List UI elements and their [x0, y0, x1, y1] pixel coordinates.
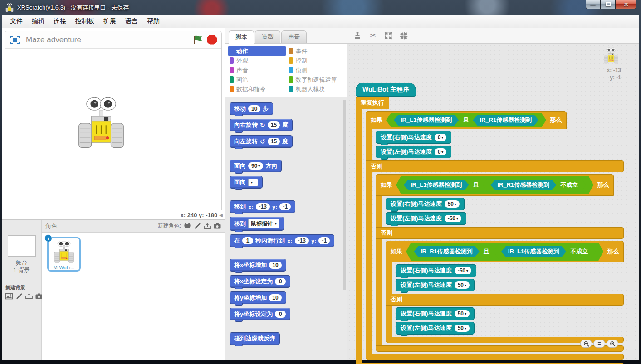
category-机器人模块[interactable]: 机器人模块	[287, 84, 346, 94]
if-else-block[interactable]: 如果IR_L1传感器检测到且IR_R1传感器检测到那么设置(右侧)马达速度0▾设…	[366, 111, 624, 360]
menu-item-控制板[interactable]: 控制板	[71, 15, 99, 27]
sensor-reporter[interactable]: IR_L1传感器检测到	[394, 115, 459, 126]
value-oval[interactable]: 15	[268, 138, 280, 145]
sensor-reporter[interactable]: IR_R1传感器检测到	[490, 180, 556, 190]
maximize-button[interactable]	[600, 0, 616, 9]
palette-block[interactable]: 在1秒内滑行到x:-13y:-1	[230, 234, 334, 247]
upload-backdrop-icon[interactable]	[25, 293, 33, 300]
menu-dropdown[interactable]: 鼠标指针▾	[248, 219, 279, 228]
category-声音[interactable]: 声音	[228, 65, 286, 75]
value-oval[interactable]: -1	[318, 237, 330, 244]
motor-speed-block[interactable]: 设置(左侧)马达速度50▾	[396, 279, 475, 291]
value-oval[interactable]: 10	[248, 105, 260, 112]
menu-item-文件[interactable]: 文件	[5, 15, 27, 27]
sprite-card[interactable]: i M-WuLi...	[47, 237, 81, 272]
menu-item-编辑[interactable]: 编辑	[27, 15, 49, 27]
collapse-stage-icon[interactable]: ◀	[219, 213, 223, 218]
category-画笔[interactable]: 画笔	[228, 75, 286, 84]
tab-造型[interactable]: 造型	[255, 30, 280, 43]
value-dropdown[interactable]: 50▾	[455, 281, 470, 289]
if-else-block[interactable]: 如果IR_L1传感器检测到且IR_R1传感器检测到不成立那么设置(右侧)马达速度…	[376, 174, 624, 352]
paint-sprite-icon[interactable]	[194, 223, 201, 229]
tab-声音[interactable]: 声音	[281, 30, 307, 43]
sprite-library-icon[interactable]	[184, 223, 191, 229]
paint-backdrop-icon[interactable]	[15, 293, 23, 300]
minimize-button[interactable]: —	[586, 0, 600, 9]
value-dropdown[interactable]: 50▾	[455, 310, 470, 317]
value-oval[interactable]: -13	[295, 237, 309, 244]
palette-block[interactable]: 将y坐标设定为0	[230, 308, 290, 320]
motor-speed-block[interactable]: 设置(右侧)马达速度50▾	[396, 307, 475, 320]
category-控制[interactable]: 控制	[287, 56, 346, 65]
palette-block[interactable]: 将x坐标设定为0	[230, 275, 290, 288]
value-oval[interactable]: -13	[256, 203, 270, 210]
sensor-reporter[interactable]: IR_L1传感器检测到	[501, 246, 566, 257]
palette-block[interactable]: 面向▾	[230, 176, 263, 189]
and-operator[interactable]: IR_L1传感器检测到且IR_R1传感器检测到不成立	[396, 176, 593, 194]
value-dropdown[interactable]: 0▾	[435, 148, 447, 155]
value-oval[interactable]: 10	[269, 294, 281, 301]
value-oval[interactable]: 0	[275, 311, 286, 318]
not-operator[interactable]: IR_R1传感器检测到不成立	[483, 178, 586, 192]
motor-speed-block[interactable]: 设置(左侧)马达速度0▾	[376, 146, 451, 158]
category-数字和逻辑运算[interactable]: 数字和逻辑运算	[287, 75, 346, 84]
stage-sprite-robot[interactable]	[77, 96, 126, 150]
close-button[interactable]: ✕	[616, 0, 636, 9]
palette-scrollbar[interactable]	[343, 100, 346, 290]
menu-item-扩展[interactable]: 扩展	[99, 15, 121, 27]
palette-block[interactable]: 移动10步	[230, 102, 273, 115]
category-动作[interactable]: 动作	[228, 46, 286, 56]
category-数据和指令[interactable]: 数据和指令	[228, 84, 286, 94]
zoom-in-button[interactable]	[607, 340, 618, 348]
camera-sprite-icon[interactable]	[214, 223, 221, 229]
palette-block[interactable]: 向右旋转↻15度	[230, 119, 293, 131]
shrink-icon[interactable]	[399, 31, 408, 40]
scissors-icon[interactable]: ✂	[368, 31, 377, 40]
value-dropdown[interactable]: -50▾	[445, 215, 461, 222]
motor-speed-block[interactable]: 设置(右侧)马达速度50▾	[386, 198, 465, 210]
category-外观[interactable]: 外观	[228, 56, 286, 65]
value-dropdown[interactable]: 50▾	[455, 325, 470, 332]
palette-block[interactable]: 面向90▾方向	[230, 160, 282, 172]
palette-block[interactable]: 碰到边缘就反弹	[230, 332, 280, 345]
stop-button[interactable]	[207, 35, 217, 45]
palette-block[interactable]: 将x坐标增加10	[230, 259, 286, 272]
value-oval[interactable]: 15	[268, 121, 280, 129]
zoom-reset-button[interactable]: =	[593, 340, 605, 348]
sensor-reporter[interactable]: IR_L1传感器检测到	[404, 180, 469, 190]
upload-sprite-icon[interactable]	[204, 223, 211, 229]
value-oval[interactable]: 1	[242, 237, 253, 244]
category-事件[interactable]: 事件	[287, 46, 346, 56]
stamp-icon[interactable]	[353, 31, 362, 40]
palette-block[interactable]: 移到x:-13y:-1	[230, 200, 295, 213]
menu-dropdown[interactable]: ▾	[248, 179, 258, 186]
sensor-reporter[interactable]: IR_R1传感器检测到	[473, 115, 538, 126]
value-dropdown[interactable]: 0▾	[435, 134, 447, 141]
motor-speed-block[interactable]: 设置(左侧)马达速度-50▾	[386, 212, 466, 225]
motor-speed-block[interactable]: 设置(右侧)马达速度0▾	[376, 131, 451, 144]
value-oval[interactable]: -1	[279, 203, 291, 210]
and-operator[interactable]: IR_R1传感器检测到且IR_L1传感器检测到不成立	[406, 243, 603, 261]
if-else-block[interactable]: 如果IR_R1传感器检测到且IR_L1传感器检测到不成立那么设置(右侧)马达速度…	[386, 241, 624, 343]
palette-block[interactable]: 向左旋转↺15度	[230, 135, 293, 148]
value-dropdown[interactable]: 50▾	[445, 200, 460, 208]
fullscreen-icon[interactable]	[10, 35, 20, 44]
motor-speed-block[interactable]: 设置(左侧)马达速度50▾	[396, 322, 475, 335]
grow-icon[interactable]	[384, 31, 393, 40]
hat-block-main-program[interactable]: WuLiBot 主程序	[356, 83, 416, 97]
value-dropdown[interactable]: -50▾	[455, 267, 471, 274]
tab-脚本[interactable]: 脚本	[229, 30, 254, 44]
backdrop-library-icon[interactable]	[5, 293, 13, 300]
menu-item-语言[interactable]: 语言	[121, 15, 142, 27]
sprite-info-icon[interactable]: i	[44, 234, 52, 242]
menu-item-连接[interactable]: 连接	[49, 15, 71, 27]
value-oval[interactable]: 10	[269, 262, 281, 269]
value-oval[interactable]: 0	[275, 278, 286, 285]
and-operator[interactable]: IR_L1传感器检测到且IR_R1传感器检测到	[386, 113, 546, 127]
forever-block[interactable]: 重复执行如果IR_L1传感器检测到且IR_R1传感器检测到那么设置(右侧)马达速…	[356, 97, 624, 364]
zoom-out-button[interactable]	[580, 340, 592, 348]
category-侦测[interactable]: 侦测	[287, 65, 346, 75]
menu-item-帮助[interactable]: 帮助	[142, 15, 164, 27]
value-dropdown[interactable]: 90▾	[248, 162, 263, 170]
not-operator[interactable]: IR_L1传感器检测到不成立	[494, 244, 596, 259]
